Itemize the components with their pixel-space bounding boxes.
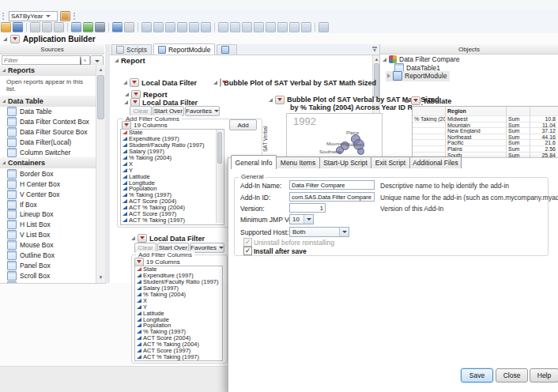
sources-entry[interactable]: Data Filter Context Box bbox=[0, 117, 96, 127]
supported-host-select[interactable]: Both bbox=[289, 227, 349, 237]
toolbar-grip[interactable] bbox=[2, 13, 6, 20]
ldf-outline-label: Local Data Filter bbox=[142, 99, 198, 107]
tabulate-row[interactable]: % Taking (2004) Midwest Sum 10.8 bbox=[413, 116, 558, 122]
canvas-bubble-outline[interactable]: Bubble Plot of SAT Verbal by SAT Math Si… bbox=[213, 78, 376, 87]
customize-toolbar-icon[interactable] bbox=[60, 11, 70, 21]
disclosure-triangle-icon bbox=[213, 81, 217, 85]
tabulate-row[interactable]: New England Sum 37.12 bbox=[413, 128, 558, 134]
scrollbar-thumb[interactable] bbox=[217, 132, 222, 164]
sources-entry[interactable]: Data Filter Source Box bbox=[0, 127, 96, 138]
tabulate-row[interactable]: Pacific Sum 21.6 bbox=[413, 140, 558, 146]
tabulate-header-row: Region bbox=[413, 107, 558, 116]
sources-entry[interactable]: Border Box bbox=[0, 168, 96, 179]
tabulate-row[interactable]: Plains Sum 2.56 bbox=[413, 146, 558, 153]
sources-entry[interactable]: Outline Box bbox=[0, 251, 96, 261]
addin-id-input[interactable] bbox=[289, 192, 375, 202]
save-icon bbox=[13, 22, 23, 32]
dialog-tab[interactable]: Start-Up Script bbox=[319, 156, 371, 168]
save-button[interactable]: Save bbox=[461, 368, 493, 383]
addin-name-desc: Descriptive name to help identify the ad… bbox=[380, 182, 509, 190]
preset-combo[interactable]: SATByYear bbox=[9, 11, 58, 21]
canvas-ldf-outline[interactable]: Local Data Filter bbox=[123, 78, 197, 87]
help-button[interactable]: Help bbox=[530, 368, 558, 383]
sources-entry[interactable]: Data Table bbox=[0, 107, 96, 117]
background-strip bbox=[0, 366, 229, 392]
tabulate-row[interactable]: Mountain Sum 11.04 bbox=[413, 122, 558, 129]
menu-bar bbox=[0, 0, 558, 11]
sources-entry[interactable]: Column Switcher bbox=[0, 148, 96, 158]
tree-item-addin[interactable]: Data Filter Compare bbox=[383, 55, 460, 63]
tree-item-reportmodule[interactable]: ReportModule bbox=[386, 71, 450, 81]
sources-entry[interactable]: V List Box bbox=[0, 230, 96, 240]
ldf2-outline[interactable]: Local Data Filter bbox=[131, 234, 205, 243]
dialog-tab-label: Additional Files bbox=[413, 159, 458, 167]
sources-entry[interactable]: Containers bbox=[0, 157, 96, 168]
filter-column-row[interactable]: % Taking (2004) bbox=[121, 155, 224, 161]
sources-entry[interactable]: Data Table bbox=[0, 96, 96, 107]
column-type-icon bbox=[137, 305, 141, 309]
source-entry-label: H List Box bbox=[20, 220, 51, 228]
bubble-marker[interactable] bbox=[357, 148, 364, 155]
sources-entry[interactable]: Data Filter(Local) bbox=[0, 138, 96, 148]
jmp-version-select[interactable]: 10 bbox=[289, 214, 314, 224]
tabulate-outline[interactable]: Tabulate bbox=[405, 96, 451, 105]
cut-icon bbox=[30, 22, 40, 32]
uninstall-checkbox[interactable]: ✓ bbox=[243, 238, 252, 247]
sources-entry[interactable]: Reports bbox=[0, 65, 96, 76]
filter-column-row[interactable]: % Taking (2004) bbox=[135, 292, 222, 298]
report-module-icon bbox=[158, 46, 166, 54]
sources-entry[interactable]: Lineup Box bbox=[0, 209, 96, 220]
canvas-report-outline[interactable]: Report bbox=[115, 56, 145, 65]
dialog-tab[interactable]: Additional Files bbox=[409, 156, 462, 168]
source-entry-label: Open reports appear in this list. bbox=[6, 78, 83, 92]
sources-entry[interactable]: H List Box bbox=[0, 220, 96, 230]
sources-entry[interactable]: Mouse Box bbox=[0, 240, 96, 251]
toolbar-grip bbox=[74, 13, 77, 20]
filter-columns-list[interactable]: State Expenditure (1997) Student/Faculty… bbox=[120, 129, 224, 225]
sources-entry[interactable]: Open reports appear in this list. bbox=[0, 76, 96, 96]
tab-new-module[interactable] bbox=[217, 44, 237, 55]
scroll-down-icon[interactable]: ▼ bbox=[96, 274, 105, 281]
sources-entry[interactable]: Scroll Box bbox=[0, 270, 96, 281]
sources-scrollbar[interactable]: ▲ ▼ bbox=[96, 65, 105, 283]
tabulate-stat-cell: Sum bbox=[507, 134, 530, 141]
favorites-button[interactable]: Favorites bbox=[190, 243, 224, 253]
addin-name-input[interactable] bbox=[289, 180, 375, 190]
toolbar-icon bbox=[177, 22, 187, 32]
sources-filter-input[interactable] bbox=[2, 55, 90, 65]
column-type-icon bbox=[123, 130, 127, 134]
sources-entry[interactable]: If Box bbox=[0, 199, 96, 209]
disclosure-triangle-icon[interactable] bbox=[3, 37, 7, 41]
close-button[interactable]: Close bbox=[496, 368, 528, 383]
filter-column-row[interactable]: X bbox=[135, 297, 222, 303]
filter-column-row[interactable]: ACT % Taking (1997) bbox=[135, 353, 222, 360]
red-triangle-menu-icon[interactable] bbox=[10, 35, 20, 43]
favorites-button[interactable]: Favorites bbox=[185, 106, 220, 116]
objects-header-label: Objects bbox=[458, 46, 480, 53]
columns-list-scrollbar[interactable] bbox=[216, 130, 223, 223]
sources-entry[interactable]: V Center Box bbox=[0, 189, 96, 199]
install-checkbox[interactable]: ✓ bbox=[243, 247, 252, 255]
scrollbar-thumb[interactable] bbox=[97, 75, 104, 119]
tabulate-row[interactable]: Northeast Sum 44.16 bbox=[413, 134, 558, 141]
dialog-tab[interactable]: General Info bbox=[231, 155, 277, 169]
tabulate-value-cell: 21.6 bbox=[530, 140, 557, 146]
dialog-tab[interactable]: Exit Script bbox=[371, 156, 410, 168]
add-button[interactable]: Add bbox=[229, 119, 257, 130]
sources-entry[interactable]: H Center Box bbox=[0, 179, 96, 189]
filter-column-row[interactable]: ACT % Taking (1997) bbox=[121, 217, 224, 223]
filter-column-row[interactable]: X bbox=[121, 160, 224, 167]
supported-host-value: Both bbox=[292, 228, 305, 236]
tab-report-module[interactable]: ReportModule bbox=[153, 43, 215, 55]
toolbar-icon bbox=[153, 22, 164, 32]
sources-entry[interactable]: Sheet Panel Box bbox=[0, 281, 96, 283]
version-input[interactable] bbox=[289, 203, 326, 213]
toolbar-icon bbox=[165, 22, 175, 32]
column-type-icon bbox=[123, 187, 127, 190]
filter-columns-list[interactable]: State Expenditure (1997) Student/Faculty… bbox=[134, 266, 223, 361]
sources-entry[interactable]: Panel Box bbox=[0, 260, 96, 270]
dialog-tab[interactable]: Menu Items bbox=[276, 156, 320, 168]
source-item-icon bbox=[7, 220, 17, 229]
tab-scripts[interactable]: Scripts bbox=[111, 44, 152, 55]
scroll-up-icon[interactable]: ▲ bbox=[96, 66, 105, 73]
